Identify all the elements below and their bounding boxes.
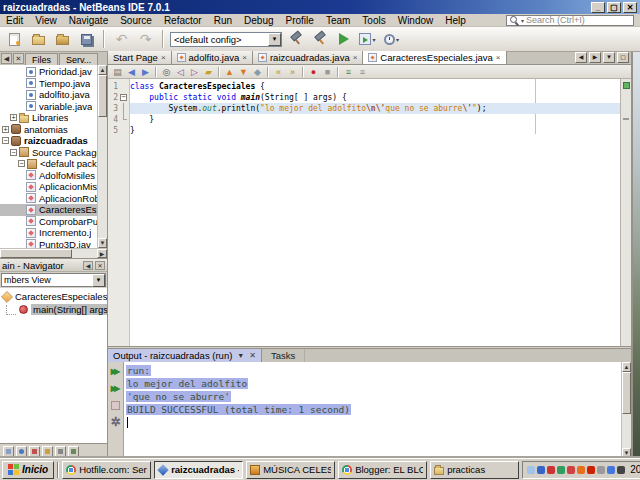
panel-scroll-left-button[interactable]: ◀	[1, 53, 12, 64]
close-tab-icon[interactable]: ×	[496, 53, 501, 62]
new-file-button[interactable]	[4, 29, 25, 49]
tray-icon-9[interactable]	[607, 466, 615, 474]
maximize-window-button[interactable]: ▢	[617, 52, 629, 63]
maximize-button[interactable]: ▢	[607, 2, 621, 13]
expand-icon[interactable]: +	[10, 114, 17, 121]
tree-item-punto3d-jav[interactable]: Punto3D.jav	[0, 239, 97, 249]
navigator-class-item[interactable]: CaracteresEspeciales	[0, 290, 107, 303]
tree-item-adolfito-java[interactable]: adolfito.java	[0, 89, 97, 101]
output-vertical-scrollbar[interactable]: ▲ ▼	[621, 362, 631, 458]
tree-item-raizcuadradas[interactable]: −raizcuadradas	[0, 135, 97, 147]
new-project-button[interactable]	[28, 29, 49, 49]
comment-icon[interactable]: ≡	[342, 66, 355, 78]
tray-icon-10[interactable]	[617, 466, 625, 474]
open-project-button[interactable]	[52, 29, 73, 49]
next-bookmark-icon[interactable]: ▼	[237, 66, 250, 78]
tree-item-comprobarpu[interactable]: ComprobarPu	[0, 216, 97, 228]
close-tab-icon[interactable]: ×	[353, 53, 358, 62]
menu-item-window[interactable]: Window	[392, 15, 440, 26]
tree-item-aplicacionrob[interactable]: AplicacionRob	[0, 193, 97, 205]
stop-macro-icon[interactable]: ■	[321, 66, 334, 78]
code-editor[interactable]: 12−345 class CaracteresEspeciales { publ…	[108, 79, 631, 346]
panel-tab-serv[interactable]: Serv...	[59, 53, 98, 65]
tasks-tab[interactable]: Tasks	[262, 349, 305, 362]
tree-item-anatomias[interactable]: +anatomias	[0, 124, 97, 136]
taskbar-button-m-sica-celestia[interactable]: MÚSICA CELESTIA...	[246, 461, 335, 479]
projects-vertical-scrollbar[interactable]: ▲ ▼	[97, 65, 107, 248]
editor-tab-caracteresespeciales-java[interactable]: CaracteresEspeciales.java×	[363, 51, 506, 64]
navigator-minimize-button[interactable]: ◀	[83, 261, 93, 270]
scroll-down-icon[interactable]: ▼	[98, 238, 107, 248]
tray-icon-3[interactable]	[547, 466, 555, 474]
menu-item-profile[interactable]: Profile	[280, 15, 320, 26]
menu-item-refactor[interactable]: Refactor	[158, 15, 208, 26]
collapse-icon[interactable]: −	[2, 137, 9, 144]
close-tab-icon[interactable]: ×	[161, 53, 166, 62]
menu-item-tools[interactable]: Tools	[356, 15, 391, 26]
show-inherited-filter-icon[interactable]	[3, 446, 14, 457]
config-combobox[interactable]: <default config> ▼	[170, 32, 282, 47]
close-tab-icon[interactable]: ×	[242, 53, 247, 62]
close-button[interactable]: ✕	[623, 2, 637, 13]
start-button[interactable]: Inicio	[2, 461, 54, 479]
undo-button[interactable]: ↶	[111, 29, 132, 49]
scrollbar-thumb[interactable]	[0, 249, 72, 258]
tree-item-incremento-j[interactable]: Incremento.j	[0, 227, 97, 239]
rerun-alt-button[interactable]: ▶▶	[109, 382, 122, 394]
search-input[interactable]	[526, 15, 631, 25]
ant-settings-button[interactable]: ✲	[109, 416, 122, 428]
editor-tab-raizcuadradas-java[interactable]: raizcuadradas.java×	[253, 51, 363, 64]
menu-item-navigate[interactable]: Navigate	[63, 15, 114, 26]
expand-icon[interactable]: +	[2, 126, 9, 133]
navigator-view-combobox[interactable]: mbers View ▼	[1, 273, 106, 287]
menu-item-help[interactable]: Help	[439, 15, 472, 26]
menu-item-run[interactable]: Run	[208, 15, 238, 26]
tree-item-prioridad-jav[interactable]: Prioridad.jav	[0, 66, 97, 78]
rerun-button[interactable]: ▶▶	[109, 365, 122, 377]
search-dropdown-icon[interactable]: ▾	[521, 17, 524, 24]
show-static-filter-icon[interactable]	[29, 446, 40, 457]
tray-icon-2[interactable]	[537, 466, 545, 474]
menu-item-source[interactable]: Source	[114, 15, 158, 26]
tree-item-adolfomisiles[interactable]: AdolfoMisiles	[0, 170, 97, 182]
panel-close-button[interactable]: ✕	[13, 53, 24, 64]
tray-icon-6[interactable]	[577, 466, 585, 474]
code-line[interactable]: public static void main(String[ ] args) …	[130, 92, 620, 103]
taskbar-button-raizcuadradas[interactable]: raizcuadradas - ...	[154, 461, 243, 479]
toggle-bookmark-icon[interactable]: ◆	[251, 66, 264, 78]
tray-icon-4[interactable]	[557, 466, 565, 474]
sort-source-filter-icon[interactable]	[68, 446, 79, 457]
toggle-highlight-icon[interactable]: ▰	[202, 66, 215, 78]
config-dropdown-icon[interactable]: ▼	[268, 33, 281, 46]
editor-gutter[interactable]: 12−345	[108, 79, 130, 346]
save-all-button[interactable]	[76, 29, 97, 49]
taskbar-button-hotfile-com-servido[interactable]: Hotfile.com: Servido...	[62, 461, 151, 479]
minimize-button[interactable]: _	[591, 2, 605, 13]
code-line[interactable]: System.out.println("lo mejor del adolfit…	[130, 103, 620, 114]
error-stripe[interactable]	[620, 79, 631, 346]
output-tab[interactable]: Output - raizcuadradas (run) ▼ ✕	[108, 349, 262, 362]
projects-horizontal-scrollbar[interactable]: ▶	[0, 248, 107, 258]
scroll-up-icon[interactable]: ▲	[622, 362, 631, 372]
collapse-icon[interactable]: −	[10, 149, 17, 156]
sort-alpha-filter-icon[interactable]	[55, 446, 66, 457]
code-line[interactable]: class CaracteresEspeciales {	[130, 81, 620, 92]
scroll-tabs-right-button[interactable]: ▶	[589, 52, 601, 63]
code-line[interactable]: }	[130, 125, 620, 136]
navigator-view-dropdown-icon[interactable]: ▼	[92, 274, 105, 287]
tray-icon-8[interactable]	[597, 466, 605, 474]
debug-dropdown-icon[interactable]: ▾	[372, 36, 375, 43]
scroll-up-icon[interactable]: ▲	[98, 65, 107, 75]
tree-item-tiempo-java[interactable]: Tiempo.java	[0, 78, 97, 90]
tree-item-variable-java[interactable]: variable.java	[0, 101, 97, 113]
show-non-public-filter-icon[interactable]	[42, 446, 53, 457]
output-console[interactable]: run:lo mejor del adolfito'que no se abur…	[124, 362, 621, 458]
find-next-icon[interactable]: ▷	[188, 66, 201, 78]
find-selection-icon[interactable]: ◎	[160, 66, 173, 78]
redo-button[interactable]: ↷	[135, 29, 156, 49]
taskbar-button-blogger-el-blog-d[interactable]: Blogger: EL BLOG D...	[338, 461, 427, 479]
fold-collapse-icon[interactable]: −	[120, 94, 127, 101]
clean-and-build-button[interactable]	[309, 29, 330, 49]
profile-button[interactable]: ▾	[381, 29, 402, 49]
tree-item-aplicacionmis[interactable]: AplicacionMis	[0, 181, 97, 193]
